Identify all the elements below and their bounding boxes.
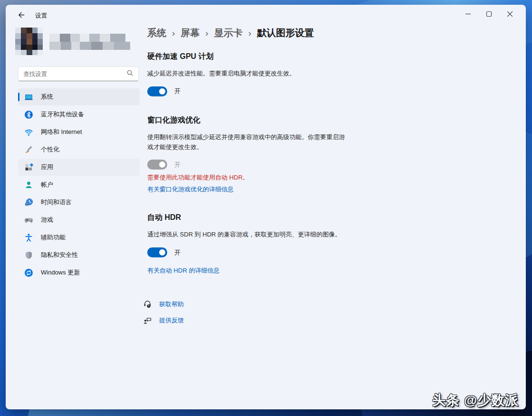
section-description: 减少延迟并改进性能。需要重启电脑才能使更改生效。 — [147, 69, 385, 79]
settings-window: 设置 — [6, 5, 526, 409]
toggle-state-label: 开 — [174, 87, 180, 95]
chevron-right-icon: › — [248, 28, 251, 38]
sidebar-item-gaming[interactable]: 游戏 — [18, 211, 140, 228]
wifi-icon — [24, 128, 33, 137]
section-title: 窗口化游戏优化 — [147, 115, 385, 125]
sidebar-item-label: 辅助功能 — [41, 233, 66, 242]
system-icon — [24, 93, 33, 102]
paintbrush-icon — [24, 145, 33, 154]
sidebar-item-accounts[interactable]: 帐户 — [18, 176, 140, 193]
sidebar-item-label: Windows 更新 — [41, 268, 80, 277]
user-avatar-redacted — [15, 28, 43, 55]
sidebar-item-windows-update[interactable]: Windows 更新 — [18, 264, 140, 281]
windowed-games-info-link[interactable]: 有关窗口化游戏优化的详细信息 — [147, 185, 234, 194]
get-help-label: 获取帮助 — [159, 300, 184, 309]
section-gpu-scheduling: 硬件加速 GPU 计划 减少延迟并改进性能。需要重启电脑才能使更改生效。 开 — [147, 52, 385, 96]
get-help-link[interactable]: ? 获取帮助 — [143, 300, 385, 309]
settings-search — [18, 66, 139, 81]
sidebar-item-apps[interactable]: 应用 — [18, 159, 140, 176]
sidebar-item-time-language[interactable]: 时间和语言 — [18, 194, 140, 211]
bluetooth-icon — [24, 110, 33, 119]
chevron-right-icon: › — [205, 28, 208, 38]
get-help-icon: ? — [143, 300, 152, 309]
windowed-games-toggle-row: 开 — [147, 160, 385, 170]
search-icon — [126, 69, 133, 78]
close-button[interactable] — [499, 8, 520, 22]
minimize-icon — [465, 11, 471, 19]
sidebar-item-system[interactable]: 系统 — [18, 88, 140, 105]
gamepad-icon — [24, 216, 33, 225]
sidebar-item-label: 系统 — [41, 93, 53, 101]
sidebar-item-bluetooth-devices[interactable]: 蓝牙和其他设备 — [18, 106, 140, 123]
user-profile[interactable] — [15, 28, 130, 55]
gpu-scheduling-toggle-row: 开 — [147, 86, 385, 96]
windowed-games-toggle[interactable] — [147, 160, 167, 170]
sidebar-item-privacy-security[interactable]: 隐私和安全性 — [18, 246, 140, 264]
back-arrow-icon — [17, 11, 25, 20]
section-description: 通过增强从 SDR 到 HDR 的兼容游戏，获取更加明亮、更详细的图像。 — [147, 230, 385, 240]
apps-icon — [24, 163, 33, 172]
minimize-button[interactable] — [457, 8, 478, 22]
svg-text:?: ? — [148, 304, 149, 307]
auto-hdr-toggle[interactable] — [147, 247, 167, 257]
section-auto-hdr: 自动 HDR 通过增强从 SDR 到 HDR 的兼容游戏，获取更加明亮、更详细的… — [147, 213, 385, 275]
section-title: 硬件加速 GPU 计划 — [147, 52, 385, 62]
account-icon — [24, 180, 33, 189]
feedback-icon — [143, 316, 152, 325]
sidebar-item-label: 应用 — [41, 163, 53, 171]
windows-update-icon — [24, 268, 33, 277]
gpu-scheduling-toggle[interactable] — [147, 86, 167, 96]
give-feedback-label: 提供反馈 — [159, 316, 184, 325]
sidebar-item-label: 网络和 Internet — [41, 128, 82, 136]
sidebar-item-label: 帐户 — [41, 180, 53, 189]
watermark: 头条 @少数派 — [432, 391, 519, 409]
window-title: 设置 — [35, 12, 47, 20]
user-name-redacted — [49, 33, 130, 50]
section-description: 使用翻转演示模型减少延迟并使用兼容游戏中的高级功能。你需要重启游戏才能使更改生效… — [147, 132, 349, 152]
sidebar-item-label: 游戏 — [41, 216, 53, 224]
chevron-right-icon: › — [172, 28, 175, 38]
titlebar: 设置 — [6, 5, 526, 26]
sidebar-item-network-internet[interactable]: 网络和 Internet — [18, 123, 140, 141]
toggle-state-label: 开 — [174, 248, 180, 257]
search-input[interactable] — [23, 71, 126, 77]
toggle-state-label: 开 — [174, 161, 180, 169]
main-content: 系统 › 屏幕 › 显示卡 › 默认图形设置 硬件加速 GPU 计划 减少延迟并… — [147, 27, 385, 332]
breadcrumb-display[interactable]: 屏幕 — [180, 27, 200, 39]
sidebar-nav: 系统 蓝牙和其他设备 网络和 Internet 个性化 — [18, 88, 140, 282]
back-button[interactable] — [13, 9, 28, 22]
sidebar-item-label: 隐私和安全性 — [41, 251, 78, 259]
clock-language-icon — [24, 198, 33, 207]
sidebar-item-personalization[interactable]: 个性化 — [18, 141, 140, 158]
auto-hdr-info-link[interactable]: 有关自动 HDR 的详细信息 — [147, 266, 219, 275]
section-title: 自动 HDR — [147, 213, 385, 223]
sidebar-item-label: 时间和语言 — [41, 198, 72, 207]
window-controls — [457, 8, 520, 22]
page-title: 默认图形设置 — [257, 27, 314, 39]
give-feedback-link[interactable]: 提供反馈 — [143, 316, 385, 325]
maximize-icon — [486, 11, 492, 19]
shield-icon — [24, 251, 33, 260]
accessibility-person-icon — [24, 233, 33, 242]
section-windowed-games: 窗口化游戏优化 使用翻转演示模型减少延迟并使用兼容游戏中的高级功能。你需要重启游… — [147, 115, 385, 194]
sidebar-item-label: 蓝牙和其他设备 — [41, 110, 84, 119]
sidebar-item-accessibility[interactable]: 辅助功能 — [18, 229, 140, 246]
auto-hdr-toggle-row: 开 — [147, 247, 385, 257]
sidebar-item-label: 个性化 — [41, 145, 59, 154]
breadcrumb-system[interactable]: 系统 — [147, 27, 166, 39]
close-icon — [507, 11, 513, 19]
auto-hdr-requirement-warning: 需要使用此功能才能使用自动 HDR。 — [147, 173, 385, 182]
maximize-button[interactable] — [478, 8, 499, 22]
breadcrumb-graphics[interactable]: 显示卡 — [214, 27, 243, 39]
breadcrumb: 系统 › 屏幕 › 显示卡 › 默认图形设置 — [147, 27, 385, 39]
